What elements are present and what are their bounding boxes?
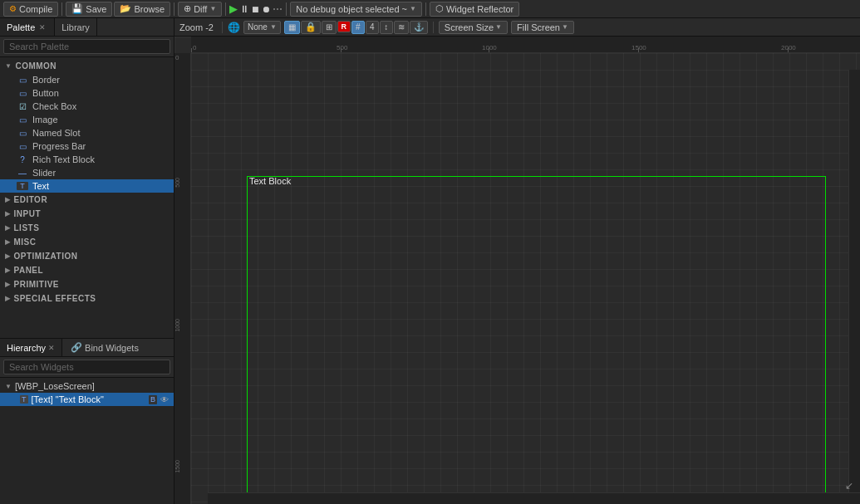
palette-tab-label: Palette [7, 22, 35, 32]
button-label: Button [32, 88, 59, 98]
canvas-viewport[interactable]: 0 500 1000 1500 2000 0 500 1000 1500 [174, 37, 860, 504]
special-effects-arrow: ▶ [5, 295, 11, 302]
canvas-btn-grid[interactable]: ⊞ [322, 21, 337, 34]
root-label: [WBP_LoseScreen] [15, 381, 95, 391]
palette-item-button[interactable]: ▭ Button [0, 86, 174, 100]
palette-tree: ▼ COMMON ▭ Border ▭ Button ☑ Check Box ▭… [0, 57, 174, 338]
editor-label: EDITOR [14, 195, 48, 204]
fill-screen-dropdown[interactable]: Fill Screen ▼ [511, 21, 574, 34]
search-palette-input[interactable] [3, 39, 170, 54]
r-badge-btn[interactable]: R [337, 21, 351, 32]
canvas-btn-squares[interactable]: ▦ [284, 21, 300, 34]
hierarchy-tab-close[interactable]: ✕ [48, 344, 55, 352]
text-item-label: [Text] "Text Block" [32, 394, 104, 404]
widget-reflector-label: Widget Reflector [446, 4, 514, 14]
bind-widgets-button[interactable]: 🔗 Bind Widgets [66, 340, 144, 355]
eye-icon[interactable]: 👁 [160, 395, 169, 404]
play-button[interactable]: ▶ [229, 2, 238, 15]
palette-item-progressbar[interactable]: ▭ Progress Bar [0, 139, 174, 153]
tab-library[interactable]: Library [55, 18, 97, 36]
canvas-sep-2 [433, 22, 434, 33]
palette-item-richtextblock[interactable]: ? Rich Text Block [0, 153, 174, 166]
screen-size-dropdown[interactable]: Screen Size ▼ [439, 21, 508, 34]
checkbox-label: Check Box [32, 101, 76, 111]
misc-arrow: ▶ [5, 238, 11, 246]
vertical-scrollbar[interactable] [848, 70, 860, 492]
hierarchy-root-item[interactable]: ▼ [WBP_LoseScreen] [0, 379, 174, 393]
toolbar-sep-4 [286, 2, 287, 16]
progressbar-label: Progress Bar [32, 141, 86, 151]
palette-item-text[interactable]: T Text [0, 179, 174, 193]
ruler-mark-500: 500 [337, 44, 347, 52]
canvas-toolbar: Zoom -2 🌐 None ▼ ▦ 🔒 ⊞ R # 4 ↕ ≋ ⚓ [174, 18, 860, 37]
screen-size-label: Screen Size [445, 22, 494, 32]
bind-badge[interactable]: B [149, 395, 157, 404]
namedslot-icon: ▭ [17, 129, 28, 138]
diff-icon: ⊕ [184, 3, 191, 14]
horizontal-scrollbar[interactable] [208, 492, 860, 504]
none-dropdown[interactable]: None ▼ [243, 21, 281, 34]
browse-button[interactable]: 📂 Browse [114, 2, 170, 17]
primitive-arrow: ▶ [5, 281, 11, 288]
category-lists[interactable]: ▶ LISTS [0, 221, 174, 235]
browse-label: Browse [134, 4, 165, 14]
pause-button[interactable]: ⏸ [239, 3, 249, 15]
palette-item-namedslot[interactable]: ▭ Named Slot [0, 126, 174, 139]
palette-search-container [0, 37, 174, 57]
hierarchy-text-item[interactable]: T [Text] "Text Block" B 👁 [0, 393, 174, 406]
category-editor[interactable]: ▶ EDITOR [0, 193, 174, 207]
category-primitive[interactable]: ▶ PRIMITIVE [0, 277, 174, 291]
diff-label: Diff [194, 4, 207, 14]
palette-item-border[interactable]: ▭ Border [0, 73, 174, 86]
border-icon: ▭ [17, 76, 28, 85]
category-panel[interactable]: ▶ PANEL [0, 263, 174, 277]
zoom-label: Zoom -2 [179, 22, 214, 32]
more-button[interactable]: ⋯ [273, 3, 283, 15]
compile-button[interactable]: ⚙ Compile [3, 2, 58, 17]
richtextblock-label: Rich Text Block [32, 154, 95, 164]
search-widgets-input[interactable] [3, 360, 170, 374]
save-button[interactable]: 💾 Save [66, 2, 112, 17]
palette-item-image[interactable]: ▭ Image [0, 113, 174, 126]
widget-bounding-box: Text Block [247, 176, 826, 504]
debug-dropdown[interactable]: No debug object selected ~ ▼ [290, 2, 422, 17]
category-optimization[interactable]: ▶ OPTIMIZATION [0, 249, 174, 263]
palette-tab-close[interactable]: ✕ [37, 23, 47, 32]
diff-dropdown[interactable]: ⊕ Diff ▼ [178, 2, 222, 17]
widget-reflector-dropdown[interactable]: ⬡ Widget Reflector [430, 2, 519, 17]
none-label: None [248, 22, 268, 32]
canvas-btn-4[interactable]: 4 [366, 21, 379, 34]
image-icon: ▭ [17, 115, 28, 125]
palette-item-slider[interactable]: — Slider [0, 166, 174, 179]
design-canvas: Text Block ↙ [191, 53, 860, 504]
library-tab-label: Library [61, 22, 90, 32]
category-special-effects[interactable]: ▶ SPECIAL EFFECTS [0, 291, 174, 306]
input-label: INPUT [14, 209, 42, 218]
ruler-mark-0: 0 [193, 44, 196, 52]
canvas-btn-hashtag[interactable]: # [351, 21, 365, 34]
category-common[interactable]: ▼ COMMON [0, 59, 174, 73]
resize-handle[interactable]: ↙ [845, 480, 853, 492]
canvas-btn-anchor[interactable]: ⚓ [410, 21, 428, 34]
canvas-sep-1 [222, 22, 223, 33]
main-toolbar: ⚙ Compile 💾 Save 📂 Browse ⊕ Diff ▼ ▶ ⏸ ⏹… [0, 0, 860, 18]
toolbar-sep-2 [174, 2, 174, 16]
debug-label: No debug object selected ~ [296, 4, 407, 14]
ruler-mark-1000: 1000 [482, 44, 497, 52]
palette-item-checkbox[interactable]: ☑ Check Box [0, 100, 174, 113]
tab-hierarchy[interactable]: Hierarchy ✕ [0, 339, 62, 356]
checkbox-icon: ☑ [17, 102, 28, 111]
category-misc[interactable]: ▶ MISC [0, 235, 174, 249]
category-input[interactable]: ▶ INPUT [0, 207, 174, 221]
canvas-btn-arrows[interactable]: ↕ [380, 21, 393, 34]
record-button[interactable]: ⏺ [262, 4, 271, 14]
stop-button[interactable]: ⏹ [251, 4, 260, 14]
canvas-btn-lock[interactable]: 🔒 [301, 21, 321, 34]
panel-arrow: ▶ [5, 267, 11, 274]
ruler-mark-1500: 1500 [631, 44, 646, 52]
ruler-left-0: 0 [175, 55, 179, 61]
tab-palette[interactable]: Palette ✕ [0, 18, 55, 36]
lists-arrow: ▶ [5, 224, 11, 232]
canvas-btn-waveform[interactable]: ≋ [394, 21, 409, 34]
globe-icon: 🌐 [228, 22, 240, 33]
